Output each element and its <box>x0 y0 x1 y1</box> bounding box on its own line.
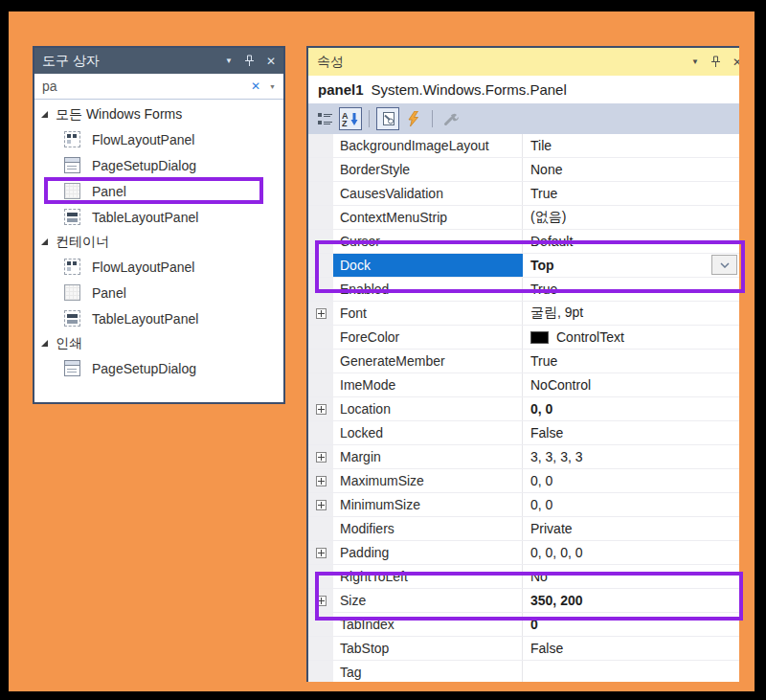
property-row-cursor[interactable]: Cursor Default <box>308 230 739 254</box>
property-row-maximumsize[interactable]: MaximumSize 0, 0 <box>308 469 739 493</box>
row-indent[interactable] <box>308 589 333 612</box>
property-value[interactable]: 350, 200 <box>523 589 739 612</box>
properties-icon[interactable] <box>376 107 399 130</box>
property-row-contextmenustrip[interactable]: ContextMenuStrip (없음) <box>308 206 739 230</box>
expand-icon[interactable] <box>316 404 327 415</box>
property-value[interactable]: True <box>523 278 739 301</box>
row-indent[interactable] <box>308 613 333 636</box>
property-value[interactable] <box>523 661 739 682</box>
property-value[interactable]: None <box>523 158 739 181</box>
clear-search-icon[interactable]: ✕ <box>251 79 260 93</box>
window-position-icon[interactable]: ▼ <box>225 57 233 65</box>
property-value[interactable]: 0 <box>523 613 739 636</box>
property-row-forecolor[interactable]: ForeColor ControlText <box>308 326 739 350</box>
events-icon[interactable] <box>402 107 425 130</box>
row-indent[interactable] <box>308 517 333 540</box>
property-value[interactable]: 0, 0 <box>523 493 739 516</box>
dropdown-button[interactable] <box>711 255 737 275</box>
expand-icon[interactable] <box>316 500 327 510</box>
property-value[interactable]: False <box>523 637 739 660</box>
toolbox-search-box[interactable]: ✕ ▼ <box>34 74 283 100</box>
property-row-tabindex[interactable]: TabIndex 0 <box>308 613 739 637</box>
property-value[interactable]: Top <box>523 254 739 277</box>
property-value[interactable]: 0, 0, 0, 0 <box>523 541 739 564</box>
row-indent[interactable] <box>308 493 333 516</box>
toolbox-item-pagesetupdialog[interactable]: PageSetupDialog <box>34 152 283 178</box>
property-row-margin[interactable]: Margin 3, 3, 3, 3 <box>308 445 739 469</box>
pin-icon[interactable] <box>244 55 255 67</box>
toolbox-category[interactable]: 모든 Windows Forms <box>34 102 283 126</box>
property-row-modifiers[interactable]: Modifiers Private <box>308 517 739 541</box>
close-icon[interactable]: ✕ <box>266 56 276 67</box>
expand-icon[interactable] <box>316 308 327 319</box>
row-indent[interactable] <box>308 541 333 564</box>
pin-icon[interactable] <box>710 56 721 68</box>
property-value[interactable]: (없음) <box>523 206 739 229</box>
toolbox-item-flowlayoutpanel[interactable]: FlowLayoutPanel <box>34 126 283 152</box>
property-row-size[interactable]: Size 350, 200 <box>308 589 739 613</box>
row-indent[interactable] <box>308 469 333 492</box>
property-row-locked[interactable]: Locked False <box>308 421 739 445</box>
property-value[interactable]: 0, 0 <box>523 397 739 420</box>
row-indent[interactable] <box>308 397 333 420</box>
row-indent[interactable] <box>308 421 333 444</box>
property-row-tag[interactable]: Tag <box>308 661 739 682</box>
row-indent[interactable] <box>308 278 333 301</box>
property-value[interactable]: NoControl <box>523 373 739 396</box>
expand-icon[interactable] <box>316 452 327 463</box>
toolbox-item-flowlayoutpanel[interactable]: FlowLayoutPanel <box>34 254 283 280</box>
property-value[interactable]: No <box>523 565 739 588</box>
toolbox-item-panel[interactable]: Panel <box>34 178 283 204</box>
search-options-icon[interactable]: ▼ <box>269 83 276 90</box>
property-value[interactable]: False <box>523 421 739 444</box>
row-indent[interactable] <box>308 445 333 468</box>
expand-icon[interactable] <box>316 596 327 606</box>
property-row-generatemember[interactable]: GenerateMember True <box>308 350 739 373</box>
row-indent[interactable] <box>308 206 333 229</box>
property-value[interactable]: True <box>523 350 739 373</box>
property-value[interactable]: 3, 3, 3, 3 <box>523 445 739 468</box>
property-value[interactable]: Tile <box>523 134 739 157</box>
row-indent[interactable] <box>308 182 333 205</box>
expand-icon[interactable] <box>316 476 327 486</box>
property-row-enabled[interactable]: Enabled True <box>308 278 739 302</box>
alphabetical-icon[interactable]: AZ <box>339 107 362 130</box>
property-row-causesvalidation[interactable]: CausesValidation True <box>308 182 739 206</box>
property-value[interactable]: Private <box>523 517 739 540</box>
property-row-righttoleft[interactable]: RightToLeft No <box>308 565 739 589</box>
toolbox-category[interactable]: 인쇄 <box>34 331 283 355</box>
expand-icon[interactable] <box>316 548 327 558</box>
property-row-imemode[interactable]: ImeMode NoControl <box>308 373 739 397</box>
property-value[interactable]: ControlText <box>523 326 739 349</box>
row-indent[interactable] <box>308 661 333 682</box>
close-icon[interactable]: ✕ <box>732 56 739 68</box>
toolbox-item-panel[interactable]: Panel <box>34 280 283 305</box>
property-row-borderstyle[interactable]: BorderStyle None <box>308 158 739 182</box>
toolbox-category[interactable]: 컨테이너 <box>34 230 283 254</box>
property-value[interactable]: Default <box>523 230 739 253</box>
toolbox-item-tablelayoutpanel[interactable]: TableLayoutPanel <box>34 305 283 331</box>
row-indent[interactable] <box>308 302 333 325</box>
property-row-minimumsize[interactable]: MinimumSize 0, 0 <box>308 493 739 517</box>
search-input[interactable] <box>42 79 251 94</box>
property-value[interactable]: 0, 0 <box>523 469 739 492</box>
row-indent[interactable] <box>308 134 333 157</box>
categorized-icon[interactable] <box>313 107 336 130</box>
row-indent[interactable] <box>308 158 333 181</box>
property-row-backgroundimagelayout[interactable]: BackgroundImageLayout Tile <box>308 134 739 158</box>
object-selector[interactable]: panel1 System.Windows.Forms.Panel <box>308 76 739 103</box>
row-indent[interactable] <box>308 637 333 660</box>
property-row-padding[interactable]: Padding 0, 0, 0, 0 <box>308 541 739 565</box>
property-row-location[interactable]: Location 0, 0 <box>308 397 739 421</box>
row-indent[interactable] <box>308 373 333 396</box>
row-indent[interactable] <box>308 326 333 349</box>
property-value[interactable]: True <box>523 182 739 205</box>
toolbox-item-tablelayoutpanel[interactable]: TableLayoutPanel <box>34 204 283 230</box>
row-indent[interactable] <box>308 254 333 277</box>
property-row-tabstop[interactable]: TabStop False <box>308 637 739 661</box>
toolbox-item-pagesetupdialog[interactable]: PageSetupDialog <box>34 355 283 381</box>
window-position-icon[interactable]: ▼ <box>691 58 699 66</box>
row-indent[interactable] <box>308 230 333 253</box>
row-indent[interactable] <box>308 565 333 588</box>
property-value[interactable]: 굴림, 9pt <box>523 302 739 325</box>
